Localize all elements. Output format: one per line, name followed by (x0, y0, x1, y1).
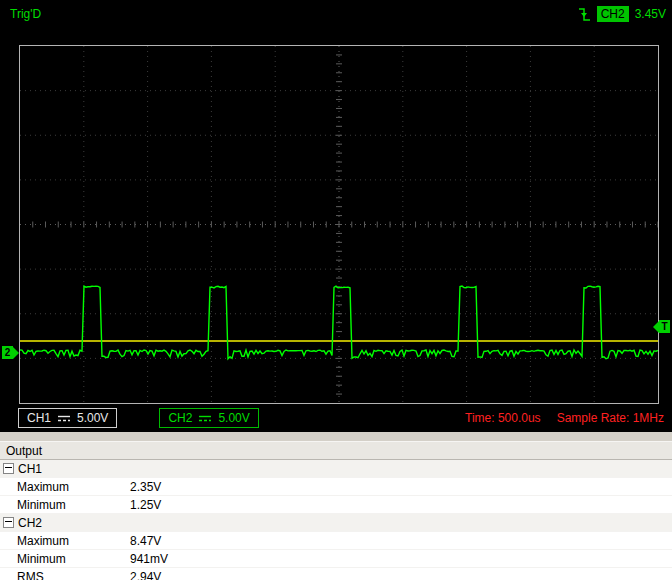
measurement-row: Minimum1.25V (0, 496, 672, 514)
dc-coupling-icon (57, 414, 71, 423)
trigger-source-badge: CH2 (597, 6, 629, 22)
time-readouts: Time: 500.0us Sample Rate: 1MHz (465, 411, 664, 425)
measurement-row: Maximum2.35V (0, 478, 672, 496)
trigger-level-value: 3.45V (635, 7, 666, 21)
channel-group-label: CH2 (18, 516, 42, 530)
trigger-marker-label: T (659, 320, 670, 333)
measurement-list: CH1Maximum2.35VMinimum1.25VCH2Maximum8.4… (0, 460, 672, 580)
dc-coupling-icon (198, 414, 212, 423)
ch1-scale-readout[interactable]: CH1 5.00V (18, 408, 117, 428)
measurement-label: Minimum (17, 498, 130, 512)
right-arrow-icon (13, 347, 19, 359)
trigger-level-marker[interactable]: T (653, 320, 670, 333)
measurement-value: 1.25V (130, 498, 161, 512)
collapse-icon[interactable] (3, 517, 14, 528)
waveform-canvas (20, 46, 658, 403)
ch1-label: CH1 (27, 411, 51, 425)
scope-bottombar: CH1 5.00V CH2 5.00V Time: 500.0us Sample… (0, 405, 672, 431)
measurement-label: Maximum (17, 480, 130, 494)
measurement-group-row: CH1 (0, 460, 672, 478)
sample-rate-readout: Sample Rate: 1MHz (557, 411, 664, 425)
ch2-ground-marker[interactable]: 2 (2, 346, 19, 359)
trigger-readout: CH2 3.45V (578, 5, 666, 23)
measurement-value: 2.35V (130, 480, 161, 494)
timebase-readout: Time: 500.0us (465, 411, 541, 425)
output-panel: Output CH1Maximum2.35VMinimum1.25VCH2Max… (0, 432, 672, 580)
channel-group-label: CH1 (18, 462, 42, 476)
ch1-scale-value: 5.00V (77, 411, 108, 425)
measurement-row: RMS2.94V (0, 568, 672, 580)
collapse-icon[interactable] (3, 463, 14, 474)
ch2-ground-marker-label: 2 (2, 346, 13, 359)
measurement-label: Minimum (17, 552, 130, 566)
ch2-scale-readout[interactable]: CH2 5.00V (159, 408, 258, 428)
measurement-label: Maximum (17, 534, 130, 548)
measurement-value: 8.47V (130, 534, 161, 548)
oscilloscope-display: Trig'D CH2 3.45V 2 T CH1 5.00V (0, 0, 672, 432)
waveform-plot (19, 45, 659, 404)
measurement-value: 941mV (130, 552, 168, 566)
falling-edge-trigger-icon (578, 5, 591, 23)
measurement-group-row: CH2 (0, 514, 672, 532)
measurement-value: 2.94V (130, 570, 161, 580)
output-panel-header: Output (0, 441, 672, 460)
trigger-status: Trig'D (10, 7, 41, 21)
ch2-label: CH2 (168, 411, 192, 425)
scope-topbar: Trig'D CH2 3.45V (0, 0, 672, 28)
measurement-row: Minimum941mV (0, 550, 672, 568)
measurement-label: RMS (17, 570, 130, 580)
measurement-row: Maximum8.47V (0, 532, 672, 550)
ch2-scale-value: 5.00V (218, 411, 249, 425)
